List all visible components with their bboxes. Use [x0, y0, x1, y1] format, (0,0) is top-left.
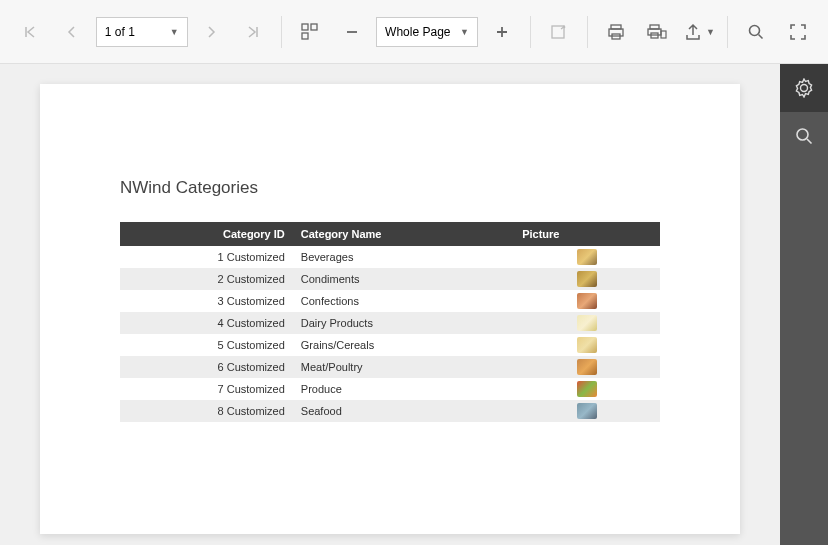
- cell-picture: [514, 356, 660, 378]
- main-area: NWind Categories Category ID Category Na…: [0, 64, 828, 545]
- search-button[interactable]: [738, 14, 774, 50]
- cell-picture: [514, 246, 660, 268]
- picture-thumbnail: [577, 381, 597, 397]
- dropdown-caret-icon: ▼: [706, 27, 715, 37]
- picture-thumbnail: [577, 249, 597, 265]
- cell-id: 2 Customized: [120, 268, 293, 290]
- zoom-in-button[interactable]: [484, 14, 520, 50]
- cell-id: 3 Customized: [120, 290, 293, 312]
- cell-name: Dairy Products: [293, 312, 514, 334]
- cell-name: Confections: [293, 290, 514, 312]
- svg-point-12: [797, 129, 808, 140]
- svg-rect-0: [302, 24, 308, 30]
- toolbar: 1 of 1 ▼ Whole Page ▼ ▼: [0, 0, 828, 64]
- table-row: 8 CustomizedSeafood: [120, 400, 660, 422]
- cell-picture: [514, 334, 660, 356]
- dropdown-caret-icon: ▼: [170, 27, 179, 37]
- svg-rect-5: [609, 29, 623, 36]
- table-row: 6 CustomizedMeat/Poultry: [120, 356, 660, 378]
- svg-rect-1: [311, 24, 317, 30]
- last-page-button[interactable]: [235, 14, 271, 50]
- zoom-out-button[interactable]: [334, 14, 370, 50]
- next-page-button[interactable]: [194, 14, 230, 50]
- cell-name: Beverages: [293, 246, 514, 268]
- report-page: NWind Categories Category ID Category Na…: [40, 84, 740, 534]
- settings-panel-button[interactable]: [780, 64, 828, 112]
- edit-fields-button[interactable]: [541, 14, 577, 50]
- column-header: Picture: [514, 222, 660, 246]
- print-page-button[interactable]: [640, 14, 676, 50]
- picture-thumbnail: [577, 359, 597, 375]
- prev-page-button[interactable]: [54, 14, 90, 50]
- table-header-row: Category ID Category Name Picture: [120, 222, 660, 246]
- separator: [281, 16, 282, 48]
- search-icon: [794, 126, 814, 146]
- dropdown-caret-icon: ▼: [460, 27, 469, 37]
- print-button[interactable]: [598, 14, 634, 50]
- cell-name: Produce: [293, 378, 514, 400]
- first-page-button[interactable]: [12, 14, 48, 50]
- report-title: NWind Categories: [120, 178, 660, 198]
- picture-thumbnail: [577, 271, 597, 287]
- cell-picture: [514, 312, 660, 334]
- separator: [587, 16, 588, 48]
- cell-picture: [514, 268, 660, 290]
- document-viewer[interactable]: NWind Categories Category ID Category Na…: [0, 64, 780, 545]
- picture-thumbnail: [577, 293, 597, 309]
- cell-id: 8 Customized: [120, 400, 293, 422]
- table-body: 1 CustomizedBeverages2 CustomizedCondime…: [120, 246, 660, 422]
- table-row: 4 CustomizedDairy Products: [120, 312, 660, 334]
- svg-rect-2: [302, 33, 308, 39]
- gear-icon: [794, 78, 814, 98]
- separator: [530, 16, 531, 48]
- table-row: 1 CustomizedBeverages: [120, 246, 660, 268]
- export-button[interactable]: ▼: [681, 14, 717, 50]
- svg-point-11: [750, 25, 760, 35]
- picture-thumbnail: [577, 337, 597, 353]
- fullscreen-button[interactable]: [780, 14, 816, 50]
- table-row: 2 CustomizedCondiments: [120, 268, 660, 290]
- column-header: Category Name: [293, 222, 514, 246]
- page-number-input[interactable]: 1 of 1 ▼: [96, 17, 188, 47]
- column-header: Category ID: [120, 222, 293, 246]
- report-table: Category ID Category Name Picture 1 Cust…: [120, 222, 660, 422]
- search-panel-button[interactable]: [780, 112, 828, 160]
- cell-id: 4 Customized: [120, 312, 293, 334]
- page-number-text: 1 of 1: [105, 25, 135, 39]
- cell-picture: [514, 378, 660, 400]
- zoom-level-text: Whole Page: [385, 25, 450, 39]
- picture-thumbnail: [577, 315, 597, 331]
- cell-name: Meat/Poultry: [293, 356, 514, 378]
- table-row: 5 CustomizedGrains/Cereals: [120, 334, 660, 356]
- cell-name: Grains/Cereals: [293, 334, 514, 356]
- table-row: 7 CustomizedProduce: [120, 378, 660, 400]
- cell-id: 6 Customized: [120, 356, 293, 378]
- cell-id: 1 Customized: [120, 246, 293, 268]
- svg-rect-10: [661, 31, 666, 38]
- zoom-level-input[interactable]: Whole Page ▼: [376, 17, 478, 47]
- svg-rect-8: [648, 29, 661, 35]
- cell-name: Seafood: [293, 400, 514, 422]
- cell-name: Condiments: [293, 268, 514, 290]
- separator: [727, 16, 728, 48]
- cell-picture: [514, 400, 660, 422]
- cell-picture: [514, 290, 660, 312]
- cell-id: 5 Customized: [120, 334, 293, 356]
- cell-id: 7 Customized: [120, 378, 293, 400]
- table-row: 3 CustomizedConfections: [120, 290, 660, 312]
- multipage-button[interactable]: [292, 14, 328, 50]
- picture-thumbnail: [577, 403, 597, 419]
- right-sidebar: [780, 64, 828, 545]
